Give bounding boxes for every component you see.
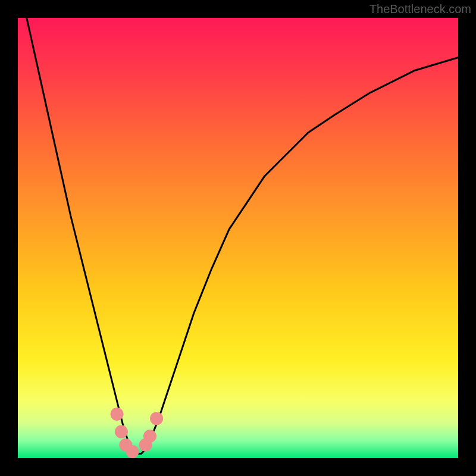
data-marker: [150, 412, 163, 425]
data-marker: [115, 425, 128, 439]
data-marker: [111, 408, 124, 421]
chart-background: [18, 18, 458, 458]
chart-svg: [18, 18, 458, 458]
bottleneck-chart: [18, 18, 458, 458]
data-marker: [126, 445, 139, 458]
watermark-text: TheBottleneck.com: [369, 2, 471, 16]
data-marker: [143, 430, 156, 443]
